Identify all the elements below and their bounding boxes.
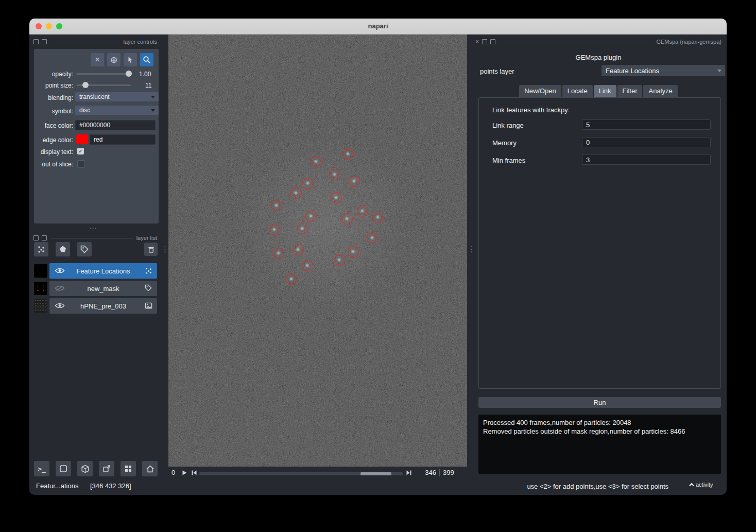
delete-selected-points-button[interactable]: × bbox=[91, 53, 104, 66]
point-marker[interactable] bbox=[331, 192, 342, 203]
point-marker[interactable] bbox=[329, 169, 340, 180]
points-hint-text: use <2> for add points,use <3> for selec… bbox=[475, 483, 668, 490]
new-points-layer-button[interactable] bbox=[34, 242, 48, 256]
home-reset-view-button[interactable] bbox=[142, 461, 158, 476]
point-size-value: 11 bbox=[145, 82, 151, 89]
tab-locate[interactable]: Locate bbox=[562, 85, 593, 97]
face-color-input[interactable]: #00000000 bbox=[75, 120, 156, 130]
close-window-button[interactable] bbox=[36, 23, 42, 29]
minimize-window-button[interactable] bbox=[46, 23, 52, 29]
run-button[interactable]: Run bbox=[478, 397, 721, 408]
activity-toggle[interactable]: activity bbox=[689, 482, 713, 488]
layer-name: new_mask bbox=[49, 285, 157, 293]
select-points-button[interactable] bbox=[124, 53, 137, 66]
point-marker[interactable] bbox=[271, 200, 282, 211]
chevron-down-icon bbox=[717, 70, 721, 72]
left-splitter-handle-icon[interactable]: ⋮ bbox=[161, 248, 169, 251]
edge-color-swatch[interactable] bbox=[76, 134, 88, 144]
point-marker[interactable] bbox=[348, 246, 359, 258]
square-2d-icon bbox=[59, 465, 67, 473]
layer-row-feature-locations[interactable]: Feature Locations bbox=[34, 263, 157, 279]
pan-zoom-button[interactable] bbox=[140, 53, 153, 66]
shapes-layer-icon bbox=[59, 245, 67, 253]
point-marker[interactable] bbox=[367, 232, 378, 244]
point-marker[interactable] bbox=[334, 254, 345, 266]
point-size-slider[interactable] bbox=[76, 84, 131, 86]
dock-float-icon[interactable] bbox=[33, 235, 39, 241]
layer-row-hpne-pre-003[interactable]: hPNE_pre_003 bbox=[34, 298, 157, 314]
point-marker[interactable] bbox=[372, 212, 384, 223]
points-layer-dropdown[interactable]: Feature Locations bbox=[602, 65, 725, 76]
plugin-title: GEMspa plugin bbox=[475, 54, 721, 61]
points-overlay bbox=[168, 35, 467, 467]
grid-view-button[interactable] bbox=[121, 461, 136, 476]
point-marker[interactable] bbox=[302, 260, 313, 271]
play-button[interactable] bbox=[181, 470, 188, 477]
point-marker[interactable] bbox=[349, 176, 360, 187]
roll-dimensions-button[interactable] bbox=[77, 461, 93, 476]
memory-input[interactable] bbox=[582, 137, 711, 147]
link-range-input[interactable] bbox=[582, 119, 711, 130]
frame-slider[interactable] bbox=[199, 472, 403, 475]
point-marker[interactable] bbox=[293, 244, 304, 255]
point-marker[interactable] bbox=[297, 223, 308, 234]
opacity-slider[interactable] bbox=[76, 73, 131, 75]
dock-float-icon[interactable] bbox=[33, 39, 39, 44]
dock-maximize-icon[interactable] bbox=[42, 235, 47, 241]
layer-row-new-mask[interactable]: new_mask bbox=[34, 281, 157, 296]
dock-close-icon[interactable]: × bbox=[475, 40, 479, 44]
new-shapes-layer-button[interactable] bbox=[56, 242, 70, 256]
tab-analyze[interactable]: Analyze bbox=[643, 85, 677, 97]
dock-maximize-icon[interactable] bbox=[42, 39, 47, 44]
display-text-checkbox[interactable]: ✓ bbox=[77, 148, 84, 155]
frame-slider-handle[interactable] bbox=[360, 472, 391, 475]
tab-filter[interactable]: Filter bbox=[617, 85, 643, 97]
out-of-slice-checkbox[interactable] bbox=[77, 160, 85, 168]
dock-header-divider bbox=[499, 42, 653, 42]
delete-layer-button[interactable] bbox=[144, 243, 158, 256]
dock-header-divider bbox=[50, 238, 133, 238]
face-color-value: #00000000 bbox=[79, 122, 110, 129]
log-line: Removed particles outside of mask region… bbox=[483, 427, 716, 436]
memory-label: Memory bbox=[492, 139, 517, 147]
trash-icon bbox=[147, 246, 155, 253]
symbol-dropdown[interactable]: disc bbox=[75, 106, 159, 115]
symbol-value: disc bbox=[79, 107, 90, 114]
blending-dropdown[interactable]: translucent bbox=[75, 92, 159, 101]
chevron-up-icon bbox=[689, 482, 695, 487]
transpose-dimensions-button[interactable] bbox=[99, 461, 114, 476]
tab-link[interactable]: Link bbox=[594, 85, 616, 97]
dock-float-icon[interactable] bbox=[482, 39, 487, 44]
skip-to-start-button[interactable] bbox=[191, 470, 198, 477]
point-marker[interactable] bbox=[302, 178, 314, 189]
right-splitter-handle-icon[interactable]: ⋮ bbox=[468, 248, 475, 251]
point-marker[interactable] bbox=[273, 248, 284, 259]
point-marker[interactable] bbox=[357, 205, 368, 217]
ndisplay-toggle-button[interactable] bbox=[56, 461, 71, 476]
point-marker[interactable] bbox=[342, 148, 354, 160]
fullscreen-window-button[interactable] bbox=[56, 23, 62, 29]
edge-color-value: red bbox=[94, 136, 102, 143]
skip-to-end-button[interactable] bbox=[406, 470, 413, 477]
console-button[interactable]: >_ bbox=[34, 461, 49, 476]
opacity-slider-handle[interactable] bbox=[126, 71, 132, 77]
dock-maximize-icon[interactable] bbox=[490, 39, 495, 44]
new-labels-layer-button[interactable] bbox=[77, 242, 92, 256]
current-frame-spinbox[interactable]: 346 bbox=[421, 469, 436, 476]
cursor-icon bbox=[127, 56, 134, 63]
viewer-canvas[interactable] bbox=[168, 35, 467, 467]
tab-new-open[interactable]: New/Open bbox=[519, 85, 561, 97]
edge-color-input[interactable]: red bbox=[90, 134, 156, 145]
dock-splitter-handle-icon[interactable]: ⋯ bbox=[89, 224, 98, 233]
display-text-label: display text: bbox=[34, 148, 73, 156]
point-marker[interactable] bbox=[341, 213, 353, 225]
add-points-button[interactable]: ⊕ bbox=[107, 53, 121, 66]
point-marker[interactable] bbox=[269, 224, 280, 235]
min-frames-input[interactable] bbox=[582, 155, 711, 165]
point-marker[interactable] bbox=[286, 273, 297, 285]
point-size-slider-handle[interactable] bbox=[82, 82, 89, 88]
point-marker[interactable] bbox=[305, 211, 317, 222]
point-marker[interactable] bbox=[311, 156, 322, 167]
layer-name: hPNE_pre_003 bbox=[49, 302, 157, 310]
point-marker[interactable] bbox=[290, 187, 302, 199]
